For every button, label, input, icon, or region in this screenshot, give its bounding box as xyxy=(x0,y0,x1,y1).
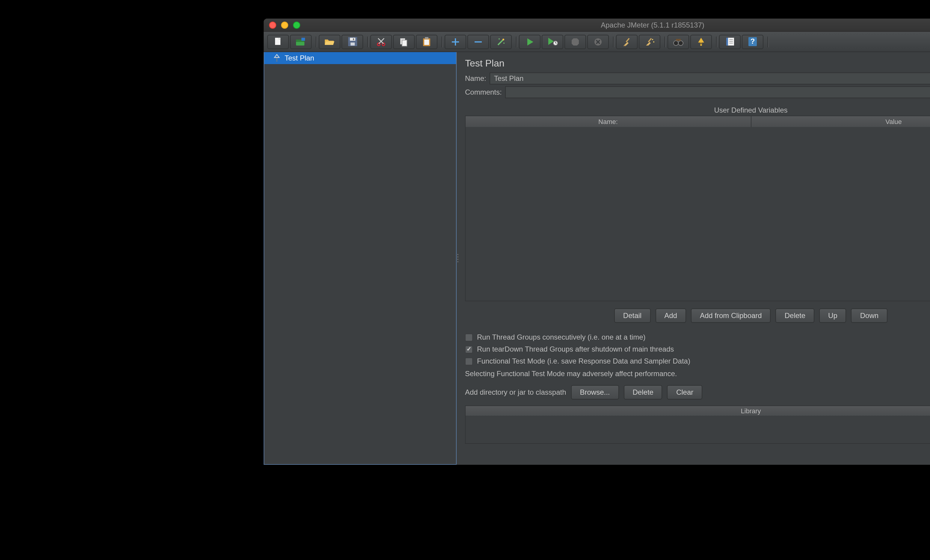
functional-checkbox[interactable] xyxy=(465,357,473,365)
consecutive-checkbox[interactable] xyxy=(465,333,473,341)
add-from-clipboard-button[interactable]: Add from Clipboard xyxy=(691,308,771,323)
svg-point-42 xyxy=(652,38,653,40)
svg-rect-46 xyxy=(676,38,681,40)
up-button[interactable]: Up xyxy=(819,308,847,323)
udv-title: User Defined Variables xyxy=(465,106,930,114)
folder-open-icon xyxy=(324,37,335,46)
name-input[interactable] xyxy=(490,72,930,85)
svg-line-36 xyxy=(626,38,629,42)
svg-line-40 xyxy=(648,38,651,42)
toggle-button[interactable] xyxy=(490,34,512,49)
help-icon: ? xyxy=(748,37,757,46)
close-window-button[interactable] xyxy=(269,22,276,29)
svg-point-45 xyxy=(678,40,683,45)
browse-button[interactable]: Browse... xyxy=(571,385,619,400)
bell-icon xyxy=(697,37,705,46)
svg-point-44 xyxy=(673,40,678,45)
svg-marker-6 xyxy=(325,41,334,45)
svg-rect-18 xyxy=(424,39,429,45)
svg-marker-28 xyxy=(548,38,553,45)
page-title: Test Plan xyxy=(465,58,930,69)
library-body[interactable] xyxy=(466,415,930,443)
tree-node-test-plan[interactable]: Test Plan xyxy=(264,52,456,64)
svg-rect-47 xyxy=(700,43,702,44)
svg-line-38 xyxy=(624,45,624,46)
svg-point-48 xyxy=(700,44,702,46)
zoom-window-button[interactable] xyxy=(293,22,300,29)
window: Apache JMeter (5.1.1 r1855137) xyxy=(264,18,930,465)
svg-rect-16 xyxy=(402,40,407,46)
down-button[interactable]: Down xyxy=(851,308,887,323)
classpath-delete-button[interactable]: Delete xyxy=(624,385,662,400)
detail-button[interactable]: Detail xyxy=(614,308,650,323)
clipboard-icon xyxy=(422,37,431,46)
shutdown-icon xyxy=(594,37,602,46)
library-header[interactable]: Library xyxy=(466,406,930,415)
functional-note: Selecting Functional Test Mode may adver… xyxy=(465,369,930,378)
classpath-label: Add directory or jar to classpath xyxy=(465,388,566,397)
svg-marker-27 xyxy=(527,38,533,45)
udv-body[interactable] xyxy=(466,127,930,301)
templates-button[interactable] xyxy=(290,34,312,49)
add-button[interactable]: Add xyxy=(655,308,686,323)
search-button[interactable] xyxy=(668,34,689,49)
function-helper-button[interactable] xyxy=(719,34,741,49)
library-table[interactable]: Library xyxy=(465,406,930,444)
toolbar: ? 00:00:00 0 0/0 xyxy=(264,32,930,52)
delete-button[interactable]: Delete xyxy=(776,308,815,323)
udv-table[interactable]: Name: Value xyxy=(465,115,930,301)
new-button[interactable] xyxy=(267,34,289,49)
comments-input[interactable] xyxy=(505,86,930,98)
expand-button[interactable] xyxy=(445,34,466,49)
editor-panel: Test Plan Name: Comments: User Defined V… xyxy=(457,52,930,465)
reset-search-button[interactable] xyxy=(690,34,712,49)
save-button[interactable] xyxy=(342,34,363,49)
tree-panel[interactable]: Test Plan xyxy=(264,52,457,465)
name-label: Name: xyxy=(465,74,490,83)
svg-rect-19 xyxy=(425,37,428,38)
cut-button[interactable] xyxy=(370,34,392,49)
minimize-window-button[interactable] xyxy=(281,22,288,29)
broom-icon xyxy=(622,37,631,46)
svg-point-43 xyxy=(653,41,654,42)
clear-button[interactable] xyxy=(616,34,637,49)
start-no-pause-button[interactable] xyxy=(542,34,563,49)
svg-rect-4 xyxy=(302,37,305,40)
tree-node-label: Test Plan xyxy=(285,54,314,62)
minus-icon xyxy=(474,37,482,46)
svg-line-39 xyxy=(625,45,625,46)
window-title: Apache JMeter (5.1.1 r1855137) xyxy=(264,21,930,29)
stop-icon xyxy=(571,37,579,46)
splitter-handle[interactable] xyxy=(456,249,460,267)
teardown-checkbox[interactable] xyxy=(465,345,473,353)
notebook-icon xyxy=(725,37,734,46)
open-button[interactable] xyxy=(319,34,340,49)
udv-col-name[interactable]: Name: xyxy=(466,116,751,127)
clear-classpath-button[interactable]: Clear xyxy=(667,385,702,400)
file-icon xyxy=(273,37,283,46)
play-clock-icon xyxy=(547,37,557,46)
paste-button[interactable] xyxy=(416,34,437,49)
stop-button[interactable] xyxy=(565,34,586,49)
collapse-button[interactable] xyxy=(467,34,489,49)
svg-rect-8 xyxy=(350,38,355,41)
svg-marker-37 xyxy=(624,42,628,45)
start-button[interactable] xyxy=(519,34,540,49)
shutdown-button[interactable] xyxy=(587,34,609,49)
wand-icon xyxy=(496,37,506,46)
test-plan-icon xyxy=(273,54,281,62)
svg-point-26 xyxy=(503,42,505,43)
play-icon xyxy=(526,37,534,46)
templates-icon xyxy=(296,37,306,46)
consecutive-label: Run Thread Groups consecutively (i.e. on… xyxy=(477,333,646,342)
udv-col-value[interactable]: Value xyxy=(751,116,930,127)
svg-text:?: ? xyxy=(751,37,755,45)
clear-all-button[interactable] xyxy=(639,34,661,49)
copy-button[interactable] xyxy=(393,34,415,49)
binoculars-icon xyxy=(673,37,684,46)
svg-point-25 xyxy=(499,38,500,39)
comments-label: Comments: xyxy=(465,88,505,97)
svg-rect-50 xyxy=(726,38,728,46)
svg-rect-10 xyxy=(353,38,354,40)
help-button[interactable]: ? xyxy=(742,34,764,49)
